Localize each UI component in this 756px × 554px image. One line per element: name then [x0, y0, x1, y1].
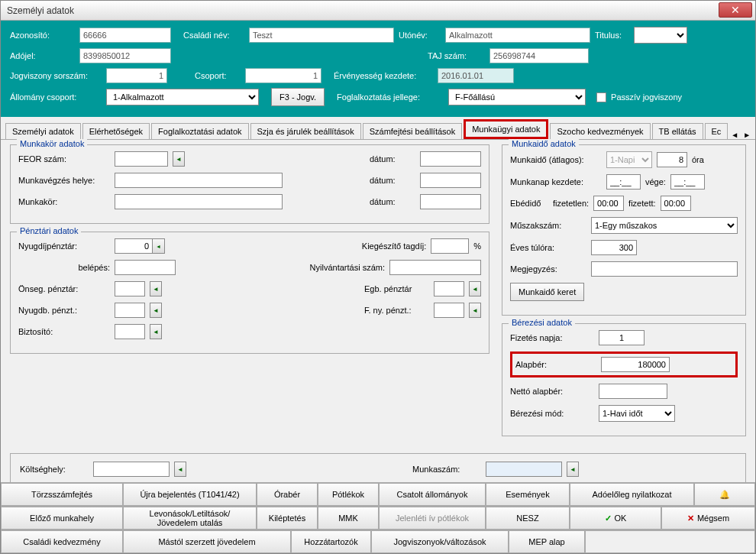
feor-datum-input[interactable]	[420, 151, 481, 167]
koltseghely-input[interactable]	[93, 462, 170, 477]
netto-label: Nettó alapbér:	[510, 387, 594, 396]
keret-button[interactable]: Munkaidő keret	[510, 283, 584, 301]
fny-picker[interactable]: ◄	[469, 303, 481, 318]
csaladinev-input[interactable]	[249, 28, 394, 43]
fogl-select[interactable]: F-Főállású	[448, 89, 586, 105]
tab-elerhetoseg[interactable]: Elérhetőségek	[82, 123, 150, 139]
kezd-input[interactable]	[606, 174, 641, 190]
nyugdb-input[interactable]	[115, 303, 145, 318]
tab-foglalkoztatasi[interactable]: Foglalkoztatási adatok	[151, 123, 248, 139]
csatolt-button[interactable]: Csatolt állományok	[379, 483, 486, 506]
taj-input[interactable]	[489, 48, 589, 63]
torzs-button[interactable]: Törzsszámfejtés	[1, 483, 123, 506]
onseg-label: Önseg. pénztár:	[18, 284, 110, 293]
tab-szja[interactable]: Szja és járulék beállítások	[250, 123, 361, 139]
csaladinev-label: Családi név:	[183, 31, 244, 40]
egb-picker[interactable]: ◄	[469, 281, 481, 296]
munkakor-datum-input[interactable]	[420, 194, 481, 209]
hozzatartozok-button[interactable]: Hozzátartozók	[291, 530, 371, 553]
bizt-input[interactable]	[115, 324, 145, 339]
fizetett-label: fizetett:	[628, 199, 655, 208]
egb-label: Egb. pénztár	[364, 284, 429, 293]
tulora-label: Éves túlóra:	[510, 243, 586, 252]
nyilv-input[interactable]	[389, 260, 481, 275]
oraber-button[interactable]: Órabér	[257, 483, 318, 506]
tab-munkaugyi[interactable]: Munkaügyi adatok	[464, 119, 548, 139]
jogvvalt-button[interactable]: Jogviszonyok/változások	[371, 530, 509, 553]
esemenyek-button[interactable]: Események	[486, 483, 570, 506]
bell-button[interactable]: 🔔	[694, 483, 755, 506]
f3-jogv-button[interactable]: F3 - Jogv.	[271, 88, 325, 106]
adoeloleg-button[interactable]: Adóelőleg nyilatkozat	[570, 483, 694, 506]
nyugdij-label: Nyugdíjpénztár:	[18, 241, 110, 251]
mod-select[interactable]: 1-Havi időt	[599, 405, 675, 422]
munkaido-legend: Munkaidő adatok	[509, 139, 579, 148]
munkakor-input[interactable]	[115, 194, 283, 209]
close-button[interactable]: ✕	[719, 2, 752, 18]
elozo-button[interactable]: Előző munkahely	[1, 507, 123, 530]
fny-label: F. ny. pénzt.:	[364, 306, 429, 315]
helye-datum-input[interactable]	[420, 173, 481, 188]
muszak-select[interactable]: 1-Egy műszakos	[591, 217, 738, 234]
nyugdb-picker[interactable]: ◄	[150, 303, 162, 318]
berezesi-legend: Bérezési adatok	[509, 318, 575, 327]
levonasok-button[interactable]: Levonások/Letiltások/ Jövedelem utalás	[123, 507, 257, 530]
titulus-select[interactable]	[634, 27, 687, 44]
tab-szocho[interactable]: Szocho kedvezmények	[550, 123, 650, 139]
vege-input[interactable]	[670, 174, 705, 190]
munkaszam-picker[interactable]: ◄	[567, 462, 579, 477]
ujra-button[interactable]: Újra bejelentés (T1041/42)	[123, 483, 257, 506]
feor-label: FEOR szám:	[18, 154, 110, 164]
nyugdij-input[interactable]	[115, 238, 153, 254]
nyugdij-picker[interactable]: ◄	[153, 238, 165, 254]
koltseghely-picker[interactable]: ◄	[174, 462, 186, 477]
fizetett-input[interactable]	[661, 196, 691, 211]
mep-button[interactable]: MEP alap	[509, 530, 585, 553]
csoport-label: Csoport:	[195, 71, 241, 80]
kieg-input[interactable]	[431, 238, 469, 254]
tab-scroll[interactable]: ◄►	[729, 131, 752, 139]
belepes-input[interactable]	[115, 260, 176, 275]
fizetlen-input[interactable]	[593, 196, 624, 211]
feor-picker[interactable]: ◄	[173, 151, 185, 167]
nesz-button[interactable]: NESZ	[486, 507, 570, 530]
adojel-input[interactable]	[79, 48, 171, 63]
csaladi-button[interactable]: Családi kedvezmény	[1, 530, 123, 553]
fny-input[interactable]	[434, 303, 464, 318]
kileptetes-button[interactable]: Kiléptetés	[257, 507, 318, 530]
jogv-input[interactable]	[106, 68, 167, 83]
megj-input[interactable]	[591, 261, 738, 277]
mastol-button[interactable]: Mástól szerzett jövedelem	[123, 530, 291, 553]
tab-szemelyi[interactable]: Személyi adatok	[5, 123, 81, 139]
munkaido-fieldset: Munkaidő adatok Munkaidő (átlagos): 1-Na…	[502, 144, 746, 316]
onseg-picker[interactable]: ◄	[150, 281, 162, 296]
helye-input[interactable]	[115, 173, 283, 188]
feor-input[interactable]	[115, 151, 168, 167]
tulora-input[interactable]	[591, 240, 637, 255]
atlag-select: 1-Napi	[606, 151, 652, 168]
erveny-label: Érvényesség kezdete:	[334, 71, 433, 80]
belepes-label: belépés:	[18, 263, 110, 272]
alapber-input[interactable]	[601, 357, 670, 372]
egb-input[interactable]	[434, 281, 464, 296]
azonosito-input[interactable]	[79, 28, 171, 43]
munkaszam-input[interactable]	[486, 462, 562, 477]
fiznap-input[interactable]	[599, 330, 645, 345]
allomany-select[interactable]: 1-Alkalmazott	[106, 89, 259, 105]
atlag-input[interactable]	[657, 152, 687, 167]
ok-button[interactable]: OK	[570, 507, 661, 530]
megsem-button[interactable]: Mégsem	[661, 507, 755, 530]
csoport-input[interactable]	[245, 68, 321, 83]
utonev-input[interactable]	[445, 28, 590, 43]
potlekok-button[interactable]: Pótlékok	[318, 483, 379, 506]
passziv-checkbox[interactable]	[596, 92, 606, 102]
mmk-button[interactable]: MMK	[318, 507, 379, 530]
tab-tb[interactable]: TB ellátás	[652, 123, 703, 139]
tab-eg[interactable]: Ec	[705, 123, 729, 139]
bizt-picker[interactable]: ◄	[150, 324, 162, 339]
onseg-input[interactable]	[115, 281, 145, 296]
bizt-label: Biztosító:	[18, 327, 110, 336]
helye-label: Munkavégzés helye:	[18, 176, 110, 185]
netto-input[interactable]	[599, 384, 667, 399]
tab-szamfejtesi[interactable]: Számfejtési beállítások	[363, 123, 463, 139]
